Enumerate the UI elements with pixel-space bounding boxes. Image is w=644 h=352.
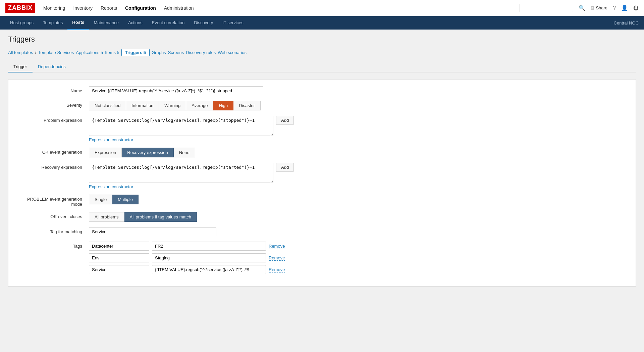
problem-expression-constructor-link[interactable]: Expression constructor xyxy=(89,137,629,142)
tag-name-datacenter[interactable] xyxy=(89,242,149,251)
tags-row: Tags Remove Remove xyxy=(8,242,636,274)
nav-reports[interactable]: Reports xyxy=(101,5,117,11)
help-icon[interactable]: ? xyxy=(613,5,616,11)
tag-name-service[interactable] xyxy=(89,265,149,274)
breadcrumb-screens[interactable]: Screens xyxy=(168,50,184,55)
name-input[interactable] xyxy=(89,86,263,95)
ok-event-closes-field: All problems All problems if tag values … xyxy=(89,212,629,222)
top-nav-right: 🔍 ⊠ Share ? 👤 ⏻ xyxy=(520,4,639,12)
tag-matching-row: Tag for matching xyxy=(8,227,636,236)
recovery-expression-field: Add Expression constructor xyxy=(89,163,629,189)
tag-row-datacenter: Remove xyxy=(89,242,629,251)
problem-expr-area: Add xyxy=(89,116,629,136)
remove-env-button[interactable]: Remove xyxy=(269,255,285,261)
tags-table: Remove Remove Remove xyxy=(89,242,629,274)
subnav-hostgroups[interactable]: Host groups xyxy=(5,16,38,30)
page-title: Triggers xyxy=(8,35,636,44)
ok-event-generation-field: Expression Recovery expression None xyxy=(89,148,629,157)
tab-dependencies[interactable]: Dependencies xyxy=(33,61,71,72)
user-icon[interactable]: 👤 xyxy=(621,5,628,11)
ok-event-none-btn[interactable]: None xyxy=(174,148,195,157)
ok-event-generation-row: OK event generation Expression Recovery … xyxy=(8,148,636,157)
tag-row-service: Remove xyxy=(89,265,629,274)
remove-datacenter-button[interactable]: Remove xyxy=(269,244,285,249)
tag-value-staging[interactable] xyxy=(152,253,266,262)
breadcrumb: All templates / Template Services Applic… xyxy=(8,49,636,56)
breadcrumb-all-templates[interactable]: All templates xyxy=(8,50,33,55)
breadcrumb-triggers[interactable]: Triggers 5 xyxy=(121,49,150,56)
subnav-maintenance[interactable]: Maintenance xyxy=(89,16,123,30)
severity-not-classified[interactable]: Not classified xyxy=(89,101,126,110)
severity-average[interactable]: Average xyxy=(186,101,213,110)
breadcrumb-items[interactable]: Items 5 xyxy=(105,50,119,55)
severity-information[interactable]: Information xyxy=(126,101,159,110)
nav-administration[interactable]: Administration xyxy=(164,5,194,11)
problem-event-mode-row: PROBLEM event generation mode Single Mul… xyxy=(8,195,636,207)
ok-event-tag-match-btn[interactable]: All problems if tag values match xyxy=(124,212,197,222)
name-row: Name xyxy=(8,86,636,95)
remove-service-button[interactable]: Remove xyxy=(269,267,285,272)
ok-event-all-problems-btn[interactable]: All problems xyxy=(89,212,124,222)
tag-value-fr2[interactable] xyxy=(152,242,266,251)
ok-event-expression-btn[interactable]: Expression xyxy=(89,148,122,157)
recovery-expression-textarea[interactable] xyxy=(89,163,273,183)
recovery-expr-area: Add xyxy=(89,163,629,183)
name-field xyxy=(89,86,629,95)
nav-configuration[interactable]: Configuration xyxy=(125,5,156,11)
problem-event-mode-label: PROBLEM event generation mode xyxy=(15,195,89,207)
recovery-expression-row: Recovery expression Add Expression const… xyxy=(8,163,636,189)
subnav-right-label: Central NOC xyxy=(614,20,639,26)
subnav-discovery[interactable]: Discovery xyxy=(189,16,218,30)
problem-expression-field: Add Expression constructor xyxy=(89,116,629,142)
share-button[interactable]: ⊠ Share xyxy=(591,5,607,10)
severity-warning[interactable]: Warning xyxy=(159,101,186,110)
ok-event-closes-group: All problems All problems if tag values … xyxy=(89,212,629,222)
severity-row: Severity Not classified Information Warn… xyxy=(8,101,636,110)
page-container: Triggers All templates / Template Servic… xyxy=(0,30,644,292)
problem-expression-textarea[interactable] xyxy=(89,116,273,136)
problem-expression-row: Problem expression Add Expression constr… xyxy=(8,116,636,142)
search-input[interactable] xyxy=(520,4,573,12)
ok-event-toggle-group: Expression Recovery expression None xyxy=(89,148,629,157)
tag-row-env: Remove xyxy=(89,253,629,262)
ok-event-closes-row: OK event closes All problems All problem… xyxy=(8,212,636,222)
severity-disaster[interactable]: Disaster xyxy=(233,101,261,110)
subnav-hosts[interactable]: Hosts xyxy=(67,16,89,30)
tag-matching-input[interactable] xyxy=(89,227,216,236)
breadcrumb-graphs[interactable]: Graphs xyxy=(152,50,166,55)
search-icon[interactable]: 🔍 xyxy=(579,5,585,11)
breadcrumb-separator: / xyxy=(35,50,36,55)
breadcrumb-web-scenarios[interactable]: Web scenarios xyxy=(218,50,247,55)
ok-event-recovery-btn[interactable]: Recovery expression xyxy=(122,148,173,157)
tag-matching-label: Tag for matching xyxy=(15,227,89,234)
tags-field: Remove Remove Remove xyxy=(89,242,629,274)
subnav-templates[interactable]: Templates xyxy=(38,16,67,30)
recovery-expression-constructor-link[interactable]: Expression constructor xyxy=(89,184,629,189)
tag-value-service-expr[interactable] xyxy=(152,265,266,274)
problem-expression-label: Problem expression xyxy=(15,116,89,123)
breadcrumb-applications[interactable]: Applications 5 xyxy=(76,50,103,55)
severity-high[interactable]: High xyxy=(213,101,233,110)
problem-expression-add-button[interactable]: Add xyxy=(276,116,294,125)
sub-navigation: Host groups Templates Hosts Maintenance … xyxy=(0,16,644,30)
severity-group: Not classified Information Warning Avera… xyxy=(89,101,629,110)
breadcrumb-discovery-rules[interactable]: Discovery rules xyxy=(186,50,216,55)
severity-label: Severity xyxy=(15,101,89,108)
ok-event-generation-label: OK event generation xyxy=(15,148,89,155)
severity-field: Not classified Information Warning Avera… xyxy=(89,101,629,110)
recovery-expression-add-button[interactable]: Add xyxy=(276,163,294,172)
subnav-it-services[interactable]: IT services xyxy=(218,16,248,30)
problem-event-multiple-btn[interactable]: Multiple xyxy=(112,195,139,204)
form-tabs: Trigger Dependencies xyxy=(8,61,636,72)
power-icon[interactable]: ⏻ xyxy=(633,5,639,11)
share-icon: ⊠ xyxy=(591,5,594,10)
breadcrumb-template-services[interactable]: Template Services xyxy=(38,50,74,55)
trigger-form: Name Severity Not classified Information… xyxy=(8,79,636,287)
nav-monitoring[interactable]: Monitoring xyxy=(43,5,65,11)
tab-trigger[interactable]: Trigger xyxy=(8,61,33,72)
nav-inventory[interactable]: Inventory xyxy=(73,5,93,11)
subnav-actions[interactable]: Actions xyxy=(123,16,147,30)
problem-event-single-btn[interactable]: Single xyxy=(89,195,112,204)
tag-name-env[interactable] xyxy=(89,253,149,262)
subnav-event-correlation[interactable]: Event correlation xyxy=(147,16,190,30)
